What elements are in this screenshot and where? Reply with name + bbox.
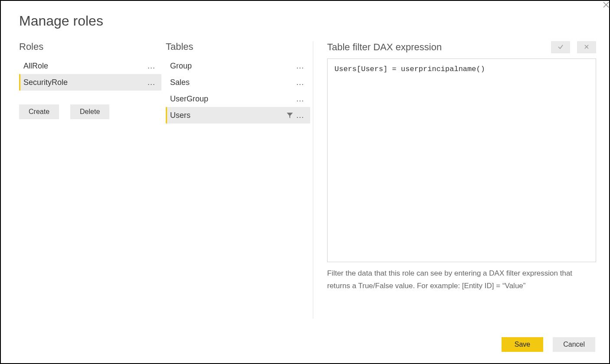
ellipsis-icon[interactable]: ... bbox=[295, 94, 306, 104]
dax-action-buttons bbox=[551, 41, 596, 53]
dax-expression-editor[interactable]: Users[Users] = userprincipalname() bbox=[327, 58, 596, 262]
role-item-securityrole[interactable]: SecurityRole ... bbox=[19, 74, 161, 91]
tables-header: Tables bbox=[166, 41, 310, 52]
dialog-columns: Roles AllRole ... SecurityRole ... Creat… bbox=[14, 41, 596, 318]
role-label: AllRole bbox=[23, 62, 146, 71]
ellipsis-icon[interactable]: ... bbox=[295, 62, 306, 71]
tables-column: Tables Group ... Sales ... UserGroup ...… bbox=[166, 41, 313, 318]
ellipsis-icon[interactable]: ... bbox=[146, 78, 157, 87]
dax-column: Table filter DAX expression Users[Users]… bbox=[313, 41, 596, 318]
dialog-footer: Save Cancel bbox=[502, 337, 595, 352]
check-icon bbox=[558, 44, 564, 51]
revert-dax-button[interactable] bbox=[577, 41, 596, 53]
table-item-usergroup[interactable]: UserGroup ... bbox=[166, 91, 310, 107]
role-item-allrole[interactable]: AllRole ... bbox=[19, 58, 161, 74]
table-item-group[interactable]: Group ... bbox=[166, 58, 310, 74]
role-label: SecurityRole bbox=[23, 78, 146, 87]
apply-dax-button[interactable] bbox=[551, 41, 570, 53]
ellipsis-icon[interactable]: ... bbox=[295, 78, 306, 87]
dax-header: Table filter DAX expression bbox=[327, 42, 442, 53]
manage-roles-dialog: Manage roles Roles AllRole ... SecurityR… bbox=[0, 0, 610, 364]
save-button[interactable]: Save bbox=[502, 337, 543, 352]
table-item-sales[interactable]: Sales ... bbox=[166, 74, 310, 91]
filter-icon bbox=[286, 111, 294, 119]
create-role-button[interactable]: Create bbox=[19, 104, 59, 119]
table-label: UserGroup bbox=[170, 94, 295, 104]
table-label: Sales bbox=[170, 78, 295, 87]
table-label: Users bbox=[170, 111, 286, 120]
role-buttons: Create Delete bbox=[19, 104, 161, 119]
dialog-close-icon[interactable] bbox=[600, 2, 609, 10]
delete-role-button[interactable]: Delete bbox=[70, 104, 109, 119]
cancel-button[interactable]: Cancel bbox=[553, 337, 595, 352]
x-icon bbox=[584, 44, 589, 51]
roles-list: AllRole ... SecurityRole ... bbox=[19, 58, 161, 91]
roles-column: Roles AllRole ... SecurityRole ... Creat… bbox=[14, 41, 166, 318]
ellipsis-icon[interactable]: ... bbox=[146, 62, 157, 71]
dialog-title: Manage roles bbox=[19, 13, 596, 29]
ellipsis-icon[interactable]: ... bbox=[295, 111, 306, 120]
roles-header: Roles bbox=[19, 41, 161, 52]
dax-hint: Filter the data that this role can see b… bbox=[327, 267, 596, 292]
table-label: Group bbox=[170, 62, 295, 71]
tables-list: Group ... Sales ... UserGroup ... Users … bbox=[166, 58, 310, 124]
dax-header-row: Table filter DAX expression bbox=[327, 41, 596, 53]
table-item-users[interactable]: Users ... bbox=[166, 107, 310, 124]
